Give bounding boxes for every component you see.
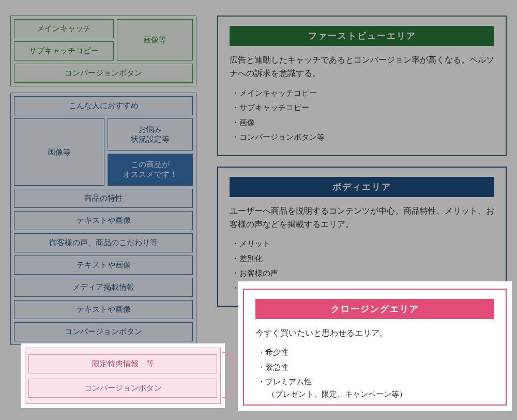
panel-firstview-title: ファーストビューエリア [230,26,494,46]
cell-fv-cv-button: コンパージョンボタン [14,64,193,83]
cell-body-cv-button: コンパージョンボタン [14,322,193,341]
cell-main-catch: メインキャッチ [14,19,114,38]
list-item: サブキャッチコピー [232,100,494,115]
body-wire-group: こんな人におすすめ 画像等 お悩み 状況設定等 この商品が オススメです！ 商品… [10,93,196,345]
panel-closing: クロージングエリア 今すぐ買いたいと思わせるエリア。 希少性 緊急性 プレミアム… [243,289,507,406]
cell-recommend: こんな人におすすめ [14,96,193,115]
list-item: 希少性 [257,345,494,360]
list-item: コンバージョンボタン等 [232,130,494,145]
panel-body-desc: ユーザーへ商品を説明するコンテンツが中心。商品特性、メリット、お客様の声などを掲… [230,204,494,232]
highlight-closing-panel: クロージングエリア 今すぐ買いたいと思わせるエリア。 希少性 緊急性 プレミアム… [238,281,512,411]
panel-closing-desc: 今すぐ買いたいと思わせるエリア。 [255,326,494,340]
list-item: 緊急性 [257,360,494,375]
cell-sub-catch: サブキャッチコピー [14,41,114,61]
cell-closing-cv-button: コンパージョンボタン [28,379,217,398]
panel-firstview-list: メインキャッチコピー サブキャッチコピー 画像 コンバージョンボタン等 [230,86,494,145]
panel-closing-list: 希少性 緊急性 プレミアム性 [255,345,494,389]
firstview-wire-group: メインキャッチ サブキャッチコピー 画像等 コンパージョンボタン [10,16,196,86]
bracket-connector-icon [222,352,234,398]
list-item: プレミアム性 [257,374,494,389]
list-item: 差別化 [232,251,494,266]
cell-body-image: 画像等 [14,118,104,186]
closing-wire-group: 限定特典情報 等 コンパージョンボタン [25,348,221,404]
cell-text-image-2: テキストや画像 [14,256,193,275]
panel-firstview-desc: 広告と連動したキャッチであるとコンバージョン率が高くなる。ペルソナへの訴求を意識… [230,53,494,81]
cell-this-product: この商品が オススメです！ [108,154,193,186]
panel-closing-title: クロージングエリア [255,299,494,319]
cell-text-image-1: テキストや画像 [14,211,193,230]
cell-text-image-3: テキストや画像 [14,300,193,319]
list-item: メリット [232,236,494,251]
cell-fv-image: 画像等 [117,19,193,61]
panel-body-title: ボディエリア [230,177,494,197]
cell-problem: お悩み 状況設定等 [108,118,193,151]
list-item: 画像 [232,115,494,130]
panel-closing-note: （プレゼント、限定、キャンペーン等） [255,389,494,399]
list-item: お客様の声 [232,266,494,281]
highlight-closing-wire: 限定特典情報 等 コンパージョンボタン [21,343,225,408]
cell-voice: 御客様の声、商品のこだわり等 [14,233,193,252]
cell-feature: 商品の特性 [14,189,193,208]
cell-media: メディア掲載情報 [14,278,193,297]
list-item: メインキャッチコピー [232,86,494,101]
cell-limited: 限定特典情報 等 [28,354,217,373]
panel-firstview: ファーストビューエリア 広告と連動したキャッチであるとコンバージョン率が高くなる… [217,16,507,156]
